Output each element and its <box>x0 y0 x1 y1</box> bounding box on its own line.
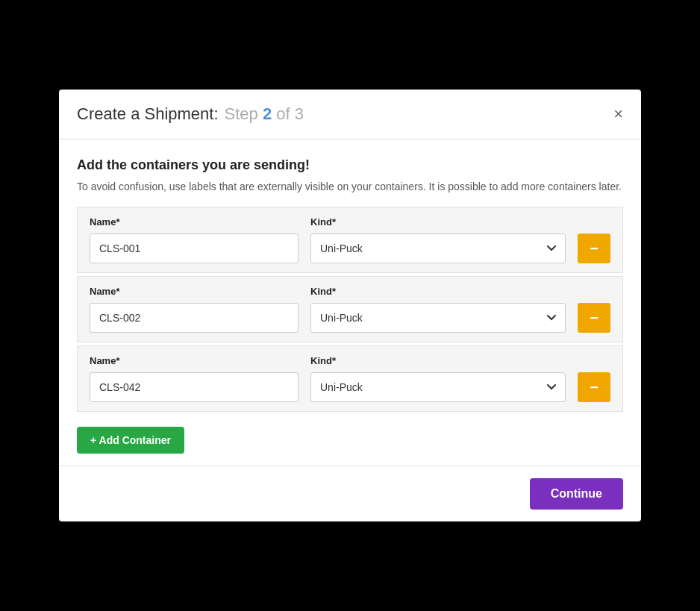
container-name-input[interactable] <box>90 372 299 402</box>
name-label: Name* <box>90 286 299 297</box>
container-kind-select[interactable]: Uni-Puck Puck Cane Dewar <box>310 303 566 333</box>
close-button[interactable]: × <box>613 106 623 122</box>
kind-label: Kind* <box>310 355 610 366</box>
modal-title: Create a Shipment: <box>77 104 219 124</box>
row-inputs: Uni-Puck Puck Cane Dewar − <box>90 234 610 263</box>
modal-body: Add the containers you are sending! To a… <box>59 140 641 466</box>
name-label: Name* <box>90 216 299 228</box>
step-suffix: of 3 <box>272 104 304 123</box>
remove-container-button[interactable]: − <box>578 303 610 333</box>
row-labels: Name* Kind* <box>90 286 610 297</box>
section-title: Add the containers you are sending! <box>77 157 623 173</box>
row-labels: Name* Kind* <box>90 355 610 366</box>
modal-step: Step 2 of 3 <box>225 104 304 124</box>
container-row: Name* Kind* Uni-Puck Puck Cane Dewar − <box>77 207 623 273</box>
remove-container-button[interactable]: − <box>578 234 610 263</box>
modal-dialog: Create a Shipment: Step 2 of 3 × Add the… <box>59 90 641 521</box>
section-description: To avoid confusion, use labels that are … <box>77 179 623 195</box>
row-labels: Name* Kind* <box>90 216 610 228</box>
kind-label: Kind* <box>310 216 610 228</box>
modal-overlay: Create a Shipment: Step 2 of 3 × Add the… <box>0 0 700 611</box>
row-inputs: Uni-Puck Puck Cane Dewar − <box>90 303 610 333</box>
continue-button[interactable]: Continue <box>530 478 623 510</box>
step-number: 2 <box>263 104 272 123</box>
row-inputs: Uni-Puck Puck Cane Dewar − <box>90 372 610 402</box>
container-row: Name* Kind* Uni-Puck Puck Cane Dewar − <box>77 276 623 342</box>
container-kind-select[interactable]: Uni-Puck Puck Cane Dewar <box>310 372 566 402</box>
modal-footer: Continue <box>59 466 641 521</box>
container-kind-select[interactable]: Uni-Puck Puck Cane Dewar <box>310 234 566 263</box>
step-prefix: Step <box>225 104 263 123</box>
name-label: Name* <box>90 355 299 366</box>
modal-header: Create a Shipment: Step 2 of 3 × <box>59 90 641 140</box>
add-container-button[interactable]: + Add Container <box>77 427 184 454</box>
container-row: Name* Kind* Uni-Puck Puck Cane Dewar − <box>77 345 623 412</box>
remove-container-button[interactable]: − <box>578 372 610 402</box>
kind-label: Kind* <box>310 286 610 297</box>
container-name-input[interactable] <box>90 234 299 263</box>
container-name-input[interactable] <box>90 303 299 333</box>
